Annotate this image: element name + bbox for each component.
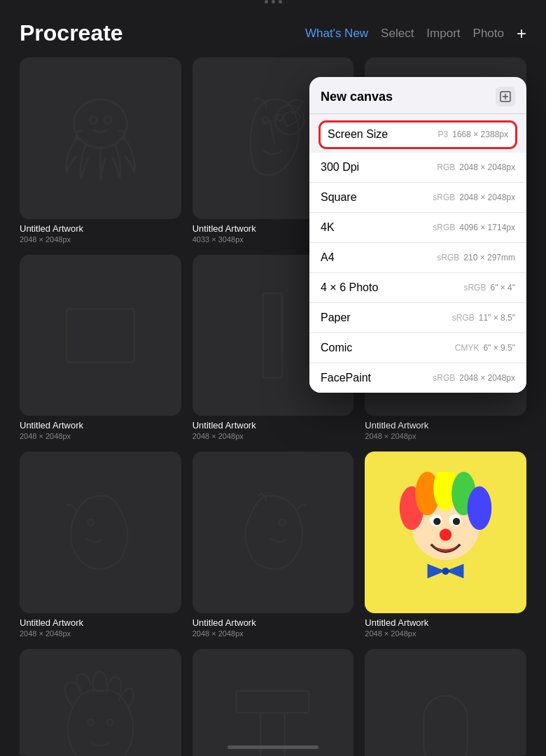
canvas-preset-square[interactable]: Square sRGB 2048 × 2048px	[309, 183, 526, 213]
canvas-preset-comic[interactable]: Comic CMYK 6" × 9.5"	[309, 333, 526, 363]
svg-point-25	[107, 720, 113, 726]
artwork-label: Untitled Artwork	[192, 420, 354, 430]
dimensions: 6" × 4"	[490, 283, 515, 293]
artwork-thumb[interactable]	[20, 451, 181, 613]
svg-rect-6	[66, 309, 134, 362]
colorspace: P3	[438, 130, 449, 139]
artwork-item[interactable]: Untitled Artwork 2048 × 2048px	[20, 451, 181, 638]
nav-import[interactable]: Import	[426, 27, 460, 41]
canvas-preset-meta: CMYK 6" × 9.5"	[455, 343, 515, 353]
canvas-preset-name: Square	[321, 191, 357, 204]
popup-custom-canvas-button[interactable]	[496, 87, 515, 106]
canvas-preset-name: Paper	[321, 312, 351, 324]
canvas-preset-name: A4	[321, 251, 335, 264]
canvas-preset-meta: RGB 2048 × 2048px	[437, 162, 515, 172]
artwork-item[interactable]: Untitled Artwork 2048 × 2048px	[192, 649, 354, 756]
colorspace: sRGB	[433, 373, 455, 383]
artwork-size: 2048 × 2048px	[192, 432, 354, 440]
dimensions: 210 × 297mm	[463, 253, 515, 262]
svg-point-15	[468, 486, 492, 530]
svg-point-1	[90, 116, 97, 123]
artwork-item[interactable]: Untitled Artwork 2048 × 2048px	[20, 255, 181, 441]
colorspace: sRGB	[437, 253, 459, 262]
canvas-preset-name: 4K	[321, 221, 335, 234]
canvas-preset-name: 4 × 6 Photo	[321, 281, 378, 294]
artwork-label: Untitled Artwork	[365, 420, 526, 430]
new-canvas-popup: New canvas Screen Size P3 1668 × 2388px …	[309, 77, 526, 393]
camera-bar	[0, 0, 546, 4]
dimensions: 11" × 8.5"	[479, 313, 515, 323]
svg-point-8	[88, 520, 94, 526]
svg-point-18	[433, 518, 440, 525]
artwork-thumb[interactable]	[20, 649, 181, 756]
colorspace: CMYK	[455, 343, 479, 353]
canvas-preset-meta: sRGB 2048 × 2048px	[433, 192, 515, 202]
nav-whats-new[interactable]: What's New	[305, 27, 368, 41]
top-bar: Procreate What's New Select Import Photo…	[0, 8, 546, 53]
dimensions: 2048 × 2048px	[459, 162, 515, 172]
nav-plus-button[interactable]: +	[517, 24, 526, 43]
artwork-thumb[interactable]	[192, 649, 354, 756]
dimensions: 4096 × 1714px	[459, 223, 515, 232]
canvas-preset-a4[interactable]: A4 sRGB 210 × 297mm	[309, 243, 526, 273]
artwork-thumb-clown[interactable]	[365, 451, 526, 613]
svg-point-19	[453, 518, 460, 525]
artwork-thumb[interactable]	[20, 57, 181, 219]
artwork-size: 2048 × 2048px	[20, 432, 181, 440]
svg-point-20	[440, 528, 451, 540]
canvas-preset-meta: sRGB 210 × 297mm	[437, 253, 515, 262]
nav-actions: What's New Select Import Photo +	[305, 24, 526, 43]
artwork-size: 2048 × 2048px	[365, 432, 526, 440]
nav-select[interactable]: Select	[381, 27, 414, 41]
artwork-label: Untitled Artwork	[365, 617, 526, 628]
canvas-preset-300dpi[interactable]: 300 Dpi RGB 2048 × 2048px	[309, 153, 526, 183]
svg-rect-28	[424, 696, 468, 756]
popup-title: New canvas	[321, 90, 393, 104]
canvas-preset-4k[interactable]: 4K sRGB 4096 × 1714px	[309, 213, 526, 243]
artwork-label: Untitled Artwork	[20, 617, 181, 628]
svg-point-24	[88, 720, 94, 726]
dimensions: 2048 × 2048px	[459, 192, 515, 202]
svg-rect-27	[261, 713, 286, 756]
artwork-label: Untitled Artwork	[20, 420, 181, 430]
canvas-preset-meta: sRGB 6" × 4"	[463, 283, 515, 293]
canvas-preset-meta: sRGB 11" × 8.5"	[452, 313, 515, 323]
artwork-label: Untitled Artwork	[20, 223, 181, 234]
artwork-size: 2048 × 2048px	[192, 629, 354, 638]
artwork-thumb[interactable]	[365, 649, 526, 756]
canvas-preset-screen-size[interactable]: Screen Size P3 1668 × 2388px	[319, 121, 517, 148]
popup-header: New canvas	[309, 77, 526, 114]
canvas-preset-facepaint[interactable]: FacePaint sRGB 2048 × 2048px	[309, 363, 526, 393]
artwork-item[interactable]: Untitled Artwork 2048 × 2048px	[20, 57, 181, 244]
artwork-size: 2048 × 2048px	[20, 235, 181, 244]
canvas-preset-name: FacePaint	[321, 372, 371, 384]
svg-point-4	[277, 115, 284, 121]
canvas-preset-name: Comic	[321, 342, 352, 354]
svg-point-3	[262, 117, 269, 123]
artwork-label: Untitled Artwork	[192, 617, 354, 628]
artwork-thumb[interactable]	[20, 255, 181, 416]
canvas-preset-paper[interactable]: Paper sRGB 11" × 8.5"	[309, 303, 526, 333]
svg-rect-7	[263, 293, 283, 377]
canvas-preset-name: 300 Dpi	[321, 161, 359, 174]
canvas-preset-4x6photo[interactable]: 4 × 6 Photo sRGB 6" × 4"	[309, 273, 526, 303]
canvas-preset-meta: sRGB 4096 × 1714px	[433, 223, 515, 232]
artwork-thumb[interactable]	[192, 451, 354, 613]
dimensions: 2048 × 2048px	[459, 373, 515, 383]
dimensions: 1668 × 2388px	[452, 130, 508, 139]
artwork-item[interactable]: Untitled Artwork 2048 × 2048px	[20, 649, 181, 756]
artwork-item[interactable]: Untitled Artwork 2048 × 2048px	[365, 649, 526, 756]
colorspace: sRGB	[463, 283, 486, 293]
colorspace: sRGB	[433, 223, 455, 232]
home-bar	[227, 746, 318, 749]
app-title: Procreate	[20, 20, 123, 46]
artwork-item[interactable]: Untitled Artwork 2048 × 2048px	[365, 451, 526, 638]
artwork-size: 2048 × 2048px	[365, 629, 526, 638]
artwork-item[interactable]: Untitled Artwork 2048 × 2048px	[192, 451, 354, 638]
canvas-preset-meta: sRGB 2048 × 2048px	[433, 373, 515, 383]
svg-point-2	[104, 116, 111, 123]
svg-point-0	[74, 99, 127, 148]
canvas-preset-meta: P3 1668 × 2388px	[438, 130, 508, 139]
svg-rect-26	[237, 691, 309, 713]
nav-photo[interactable]: Photo	[473, 27, 504, 41]
